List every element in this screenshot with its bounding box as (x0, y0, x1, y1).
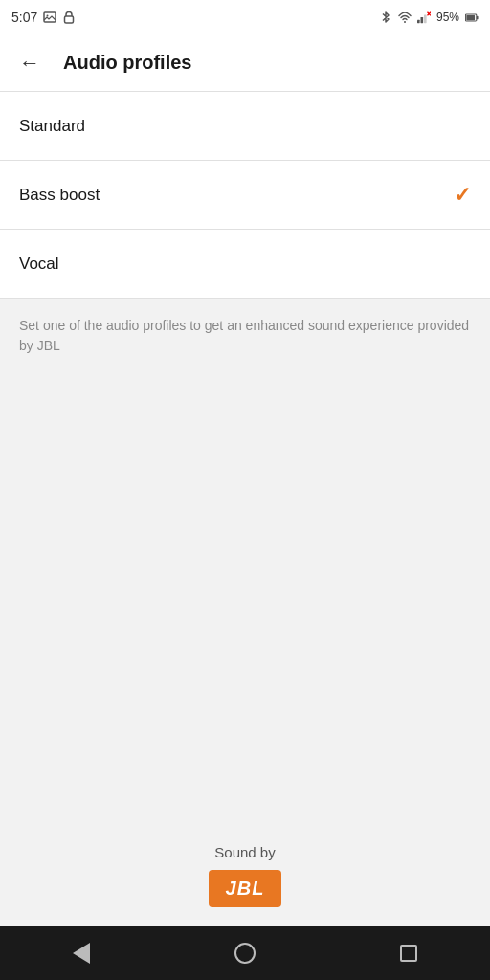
spacer (0, 373, 490, 844)
profile-label-standard: Standard (19, 117, 85, 136)
sound-by-label: Sound by (214, 844, 275, 860)
svg-rect-6 (424, 14, 427, 23)
nav-home-button[interactable] (216, 932, 274, 974)
lock-icon (62, 11, 76, 24)
svg-rect-2 (65, 16, 74, 23)
toolbar: ← Audio profiles (0, 34, 490, 92)
svg-rect-11 (477, 15, 479, 19)
selected-checkmark: ✓ (454, 183, 471, 208)
jbl-footer: Sound by JBL (0, 844, 490, 926)
description-text: Set one of the audio profiles to get an … (19, 318, 469, 353)
profile-item-bass-boost[interactable]: Bass boost ✓ (0, 161, 490, 230)
battery-icon (465, 11, 479, 24)
profile-item-standard[interactable]: Standard (0, 92, 490, 161)
svg-rect-4 (417, 19, 420, 23)
svg-rect-0 (44, 12, 56, 22)
status-bar: 5:07 (0, 0, 490, 34)
svg-point-1 (47, 15, 49, 17)
content-area: Standard Bass boost ✓ Vocal Set one of t… (0, 92, 490, 926)
back-nav-icon (73, 943, 90, 964)
status-bar-left: 5:07 (11, 10, 76, 25)
wifi-icon (398, 11, 412, 24)
profile-item-vocal[interactable]: Vocal (0, 230, 490, 299)
jbl-logo: JBL (209, 870, 282, 907)
status-time: 5:07 (11, 10, 37, 25)
gallery-icon (43, 11, 56, 24)
battery-level: 95% (436, 11, 459, 24)
nav-recents-button[interactable] (380, 932, 437, 974)
profile-list: Standard Bass boost ✓ Vocal (0, 92, 490, 299)
svg-rect-5 (420, 17, 423, 23)
profile-label-bass-boost: Bass boost (19, 186, 100, 205)
recents-icon (400, 945, 417, 962)
nav-back-button[interactable] (53, 932, 110, 974)
description-area: Set one of the audio profiles to get an … (0, 299, 490, 373)
bluetooth-icon (379, 11, 392, 24)
svg-rect-10 (466, 14, 475, 19)
bottom-nav (0, 926, 490, 980)
svg-point-3 (404, 21, 406, 23)
signal-x-icon (417, 11, 431, 24)
status-bar-right: 95% (379, 11, 479, 24)
page-title: Audio profiles (63, 52, 191, 74)
home-icon (234, 943, 256, 964)
back-button[interactable]: ← (15, 49, 44, 78)
profile-label-vocal: Vocal (19, 255, 59, 274)
